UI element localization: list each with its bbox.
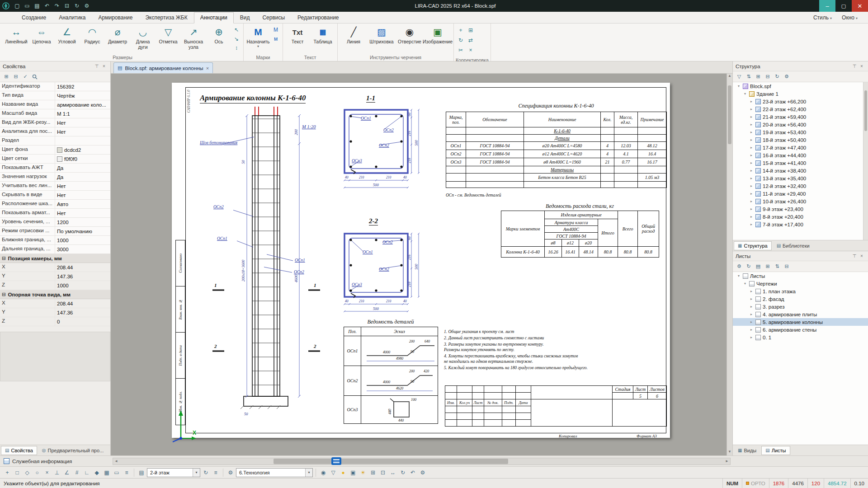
document-tab[interactable]: ▤ Block.spf: армирование колонны × (113, 62, 213, 73)
chevron-right-icon[interactable]: ▸ (749, 99, 754, 103)
property-value[interactable]: Чертёж (55, 91, 110, 100)
osnap-mode-icon[interactable]: ◆ (92, 468, 101, 477)
keyboard-indicator-icon[interactable] (331, 457, 341, 465)
camera-section-header[interactable]: ⊟Позиция камеры, мм (0, 254, 110, 263)
menu-right-item[interactable]: Стиль▾ (809, 12, 836, 23)
panel-tab[interactable]: ▤ Свойства (1, 446, 37, 455)
snap-endpoint-icon[interactable]: □ (13, 468, 22, 477)
tree-item-sheet[interactable]: ▸ 4. армирование плиты (733, 310, 868, 318)
snap-angle-icon[interactable]: ∠ (62, 468, 71, 477)
chevron-right-icon[interactable]: ▸ (749, 138, 754, 142)
ribbon-button[interactable]: ◉ Отверстие (396, 24, 424, 52)
tree-item-floor[interactable]: ▸ 9-й этаж +23,400 (733, 205, 868, 213)
ribbon-tab[interactable]: Аннотации (194, 12, 234, 23)
snap-grid-icon[interactable]: # (72, 468, 81, 477)
tree-item-floor[interactable]: ▸ 20-й этаж +56,400 (733, 121, 868, 128)
chevron-right-icon[interactable]: ▸ (749, 145, 754, 150)
close-icon[interactable]: × (858, 64, 865, 69)
chevron-right-icon[interactable]: ▸ (749, 328, 754, 332)
grid-mode-icon[interactable]: ▦ (102, 468, 111, 477)
property-value[interactable]: армирование коло... (55, 100, 110, 109)
close-icon[interactable]: × (858, 253, 865, 258)
ribbon-button[interactable]: ◠ Радиус (80, 24, 105, 52)
chevron-right-icon[interactable]: ▸ (749, 130, 754, 134)
ribbon-button[interactable]: ↔ Линейный (4, 24, 29, 52)
snap-midpoint-icon[interactable]: ◇ (23, 468, 32, 477)
settings-icon[interactable]: ⚙ (418, 468, 427, 477)
chevron-right-icon[interactable]: ▸ (749, 153, 754, 157)
tree-item-floor[interactable]: ▸ 16-й этаж +44,400 (733, 151, 868, 159)
tree-item-sheet[interactable]: ▸ 3. разрез (733, 303, 868, 310)
chevron-right-icon[interactable]: ▸ (749, 169, 754, 173)
discipline-select[interactable]: 6.Технология ▾ (236, 468, 313, 477)
property-row[interactable]: Скрывать в виде Нет (0, 191, 110, 200)
search-icon[interactable] (31, 73, 39, 81)
property-value[interactable]: Нет (55, 191, 110, 199)
ribbon-button[interactable]: ⇔ Цепочка (29, 24, 54, 52)
tree-item-floor[interactable]: ▸ 8-й этаж +20,400 (733, 213, 868, 221)
sort-icon[interactable]: ⇅ (773, 263, 781, 271)
property-value[interactable]: 156392 (55, 82, 110, 91)
close-button[interactable]: ✕ (852, 0, 868, 12)
tree-item-root[interactable]: ▾ Block.spf (733, 82, 868, 90)
panel-tab[interactable]: ▦ Виды (734, 446, 760, 455)
property-value[interactable] (55, 136, 110, 145)
tree-item-building[interactable]: ▾ Здание 1 (733, 90, 868, 98)
camera-x-row[interactable]: X208.44 (0, 263, 110, 272)
refresh-icon[interactable]: ↻ (745, 263, 753, 271)
chevron-right-icon[interactable]: ▸ (749, 115, 754, 119)
tree-item-floor[interactable]: ▸ 14-й этаж +38,400 (733, 167, 868, 174)
bulb-icon[interactable]: ● (339, 468, 348, 477)
pan-icon[interactable]: ↔ (388, 468, 397, 477)
chevron-right-icon[interactable]: ▸ (749, 122, 754, 127)
copy-sheet-icon[interactable]: ⊞ (764, 263, 772, 271)
ribbon-button[interactable]: ▣ Изображение (424, 24, 452, 52)
tree-item-floor[interactable]: ▸ 23-й этаж +66,200 (733, 98, 868, 105)
tree-item-floor[interactable]: ▸ 21-й этаж +59,400 (733, 113, 868, 121)
visibility-icon[interactable]: ◉ (319, 468, 328, 477)
chevron-right-icon[interactable]: ▸ (749, 222, 754, 226)
chevron-right-icon[interactable]: ▸ (749, 161, 754, 165)
anchor-y-row[interactable]: Y147.36 (0, 308, 110, 317)
property-value[interactable]: dcdcd2 (55, 145, 110, 154)
chevron-down-icon[interactable]: ▾ (736, 274, 741, 278)
assign-mark-button[interactable]: М Назначить ▾ (245, 24, 271, 52)
pin-icon[interactable]: ⊤ (93, 64, 100, 69)
ribbon-button[interactable]: ◡ Длина дуги (130, 24, 156, 52)
chevron-right-icon[interactable]: ▸ (749, 192, 754, 196)
chevron-right-icon[interactable]: ▸ (749, 215, 754, 219)
ribbon-button[interactable]: ╱ Линия (340, 24, 368, 52)
settings-icon[interactable]: ⚙ (783, 73, 791, 81)
property-value[interactable]: 3000 (55, 245, 110, 253)
snap-center-icon[interactable]: ○ (33, 468, 42, 477)
property-row[interactable]: Идентификатор 156392 (0, 82, 110, 91)
ribbon-button[interactable]: ▨ Штриховка (368, 24, 396, 52)
property-row[interactable]: Тип вида Чертёж (0, 91, 110, 100)
menu-icon[interactable]: ≡ (122, 468, 131, 477)
tree-item-floor[interactable]: ▸ 17-й этаж +47,400 (733, 144, 868, 151)
zoom-window-icon[interactable]: ⊞ (368, 468, 377, 477)
print-icon[interactable]: ⊟ (783, 263, 791, 271)
tree-item-floor[interactable]: ▸ 19-й этаж +53,400 (733, 128, 868, 136)
tree-item-sheet[interactable]: ▸ 2. фасад (733, 295, 868, 303)
chevron-down-icon[interactable]: ▾ (743, 92, 747, 96)
canvas-horizontal-scrollbar[interactable]: ◄► (113, 458, 731, 465)
ribbon-button[interactable]: ▽ Отметка (156, 24, 181, 52)
ribbon-tab[interactable]: Сервисы (256, 12, 291, 23)
property-value[interactable]: Нет (55, 127, 110, 136)
ribbon-tab[interactable]: Экспертиза ЖБК (139, 12, 193, 23)
tree-item-sheet[interactable]: ▸ 0. 1 (733, 333, 868, 341)
tree-item-sheet[interactable]: ▸ 5. армирование колонны (733, 318, 868, 326)
chevron-down-icon[interactable]: ▾ (743, 282, 747, 286)
sort-icon[interactable]: ⇅ (745, 73, 753, 81)
anchor-x-row[interactable]: X208.44 (0, 299, 110, 308)
chevron-right-icon[interactable]: ▸ (749, 335, 754, 339)
ribbon-button[interactable]: ↗ Выноска узла (181, 24, 206, 52)
property-row[interactable]: Уровень сечения, ... 1200 (0, 218, 110, 227)
property-value[interactable]: М 1:1 (55, 109, 110, 118)
alphabetical-view-icon[interactable]: ⊟ (12, 73, 20, 81)
anchor-z-row[interactable]: Z0 (0, 317, 110, 326)
ribbon-tab[interactable]: Аналитика (52, 12, 92, 23)
orbit-icon[interactable]: ↻ (398, 468, 407, 477)
property-row[interactable]: Аналитика для пос... Нет (0, 127, 110, 136)
